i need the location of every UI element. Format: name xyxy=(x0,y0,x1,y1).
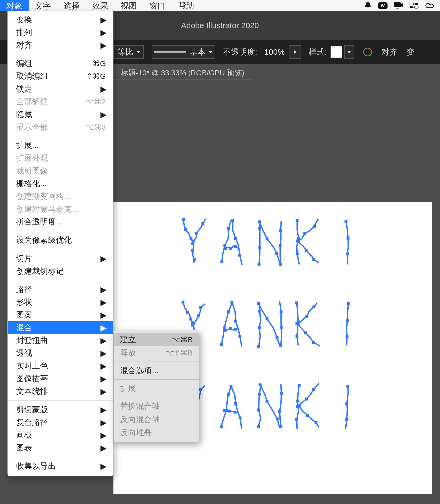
submenu-item[interactable]: 混合选项... xyxy=(114,364,199,377)
menu-item[interactable]: 栅格化... xyxy=(8,177,113,190)
submenu-item-shortcut: ⌥⇧⌘B xyxy=(166,349,193,357)
align-label[interactable]: 对齐 xyxy=(381,47,397,58)
document-tab[interactable]: 标题-10* @ 33.33% (RGB/GPU 预览) xyxy=(113,64,252,80)
menu-item-label: 文本绕排 xyxy=(16,386,100,397)
menu-item-shortcut: ⌘G xyxy=(93,59,106,68)
menu-item[interactable]: 透视▶ xyxy=(8,347,113,359)
menu-item[interactable]: 扩展... xyxy=(8,139,113,152)
svg-rect-20 xyxy=(223,244,226,247)
menu-item[interactable]: 剪切蒙版▶ xyxy=(8,403,113,416)
creative-cloud-icon[interactable] xyxy=(425,2,435,9)
menu-item[interactable]: 变换▶ xyxy=(8,13,113,26)
menubar-item-view[interactable]: 视图 xyxy=(115,0,143,11)
opacity-input[interactable]: 100% xyxy=(261,45,288,59)
submenu-arrow-icon: ▶ xyxy=(100,41,106,50)
svg-rect-74 xyxy=(280,326,283,328)
menu-item[interactable]: 排列▶ xyxy=(8,26,113,39)
scale-mode-dropdown[interactable]: 等比 xyxy=(113,45,144,59)
menu-item[interactable]: 实时上色▶ xyxy=(8,359,113,372)
menu-item[interactable]: 锁定▶ xyxy=(8,82,113,95)
display-icon[interactable] xyxy=(393,2,403,9)
style-dropdown-button[interactable] xyxy=(344,45,354,59)
svg-rect-28 xyxy=(258,263,260,266)
svg-rect-120 xyxy=(313,388,315,391)
menubar-item-help[interactable]: 帮助 xyxy=(172,0,200,11)
menu-item-label: 复合路径 xyxy=(16,417,100,428)
svg-rect-14 xyxy=(195,232,197,234)
svg-rect-102 xyxy=(239,417,241,419)
svg-rect-19 xyxy=(221,260,223,263)
menu-item[interactable]: 对齐▶ xyxy=(8,39,113,51)
menu-item-label: 裁剪图像 xyxy=(16,166,106,176)
control-center-icon[interactable] xyxy=(409,2,419,9)
svg-rect-78 xyxy=(296,335,298,338)
menu-item[interactable]: 复合路径▶ xyxy=(8,416,113,429)
menubar-item-object[interactable]: 对象 xyxy=(0,0,29,11)
svg-rect-53 xyxy=(197,314,200,317)
artwork-row xyxy=(175,383,371,436)
svg-rect-30 xyxy=(258,227,261,229)
menu-item[interactable]: 隐藏▶ xyxy=(8,108,113,121)
menu-item[interactable]: 编组⌘G xyxy=(8,57,113,70)
menu-item-label: 排列 xyxy=(16,27,100,38)
menu-item[interactable]: 拼合透明度... xyxy=(8,215,113,228)
menu-item[interactable]: 图表▶ xyxy=(8,441,113,454)
chevron-right-icon xyxy=(294,50,296,54)
chevron-down-icon xyxy=(209,51,213,53)
recolor-artwork-icon[interactable] xyxy=(362,46,373,58)
svg-rect-85 xyxy=(347,302,350,305)
menu-item-label: 扩展... xyxy=(16,140,106,151)
menu-item: 裁剪图像 xyxy=(8,164,113,177)
menu-item-label: 透视 xyxy=(16,348,100,359)
menu-item-label: 画板 xyxy=(16,430,100,441)
transform-label[interactable]: 变 xyxy=(406,47,414,58)
menu-item-label: 变换 xyxy=(16,14,100,25)
menu-item[interactable]: 切片▶ xyxy=(8,252,113,265)
menu-item-label: 形状 xyxy=(16,297,100,308)
menu-item[interactable]: 图案▶ xyxy=(8,309,113,321)
svg-rect-66 xyxy=(234,328,237,331)
menubar-item-select[interactable]: 选择 xyxy=(57,0,86,11)
wps-icon[interactable]: W xyxy=(378,2,388,9)
menu-item[interactable]: 收集以导出▶ xyxy=(8,460,113,472)
menu-item-label: 全部解锁 xyxy=(16,96,86,107)
submenu-arrow-icon: ▶ xyxy=(100,387,106,396)
menu-item[interactable]: 文本绕排▶ xyxy=(8,385,113,398)
menu-item[interactable]: 创建裁切标记 xyxy=(8,265,113,277)
menu-item[interactable]: 画板▶ xyxy=(8,429,113,441)
svg-rect-45 xyxy=(313,258,315,261)
macos-menubar: 对象 文字 选择 效果 视图 窗口 帮助 W xyxy=(0,0,440,11)
submenu-arrow-icon: ▶ xyxy=(100,310,106,320)
submenu-arrow-icon: ▶ xyxy=(100,28,106,37)
graphic-style-swatch[interactable] xyxy=(331,46,342,58)
menu-item-label: 扩展外观 xyxy=(16,153,106,164)
svg-rect-18 xyxy=(193,258,196,261)
menubar-item-window[interactable]: 窗口 xyxy=(143,0,172,11)
submenu-item-shortcut: ⌥⌘B xyxy=(172,335,193,344)
menubar-item-type[interactable]: 文字 xyxy=(29,0,57,11)
menu-item[interactable]: 封套扭曲▶ xyxy=(8,334,113,347)
menu-item[interactable]: 混合▶ xyxy=(8,321,113,334)
menu-item-label: 图案 xyxy=(16,310,100,320)
menu-item[interactable]: 路径▶ xyxy=(8,283,113,296)
svg-rect-113 xyxy=(278,410,281,413)
stroke-style-dropdown[interactable]: 基本 xyxy=(152,45,215,59)
svg-rect-104 xyxy=(228,410,231,412)
menubar-item-effect[interactable]: 效果 xyxy=(86,0,115,11)
svg-rect-4 xyxy=(401,3,403,7)
qq-icon[interactable] xyxy=(364,1,372,10)
submenu-arrow-icon: ▶ xyxy=(100,84,106,94)
svg-rect-68 xyxy=(258,326,261,329)
submenu-arrow-icon: ▶ xyxy=(100,336,106,345)
svg-rect-125 xyxy=(346,402,348,405)
menu-item[interactable]: 形状▶ xyxy=(8,296,113,309)
svg-rect-109 xyxy=(259,384,261,386)
menu-item[interactable]: 设为像素级优化 xyxy=(8,234,113,246)
menu-item-label: 混合 xyxy=(16,322,100,333)
submenu-item[interactable]: 建立⌥⌘B xyxy=(114,333,199,346)
svg-rect-10 xyxy=(182,218,185,221)
menu-item[interactable]: 取消编组⇧⌘G xyxy=(8,70,113,82)
menu-item[interactable]: 图像描摹▶ xyxy=(8,372,113,385)
blend-submenu: 建立⌥⌘B释放⌥⇧⌘B混合选项...扩展替换混合轴反向混合轴反向堆叠 xyxy=(113,330,199,442)
opacity-expand-button[interactable] xyxy=(289,45,301,59)
